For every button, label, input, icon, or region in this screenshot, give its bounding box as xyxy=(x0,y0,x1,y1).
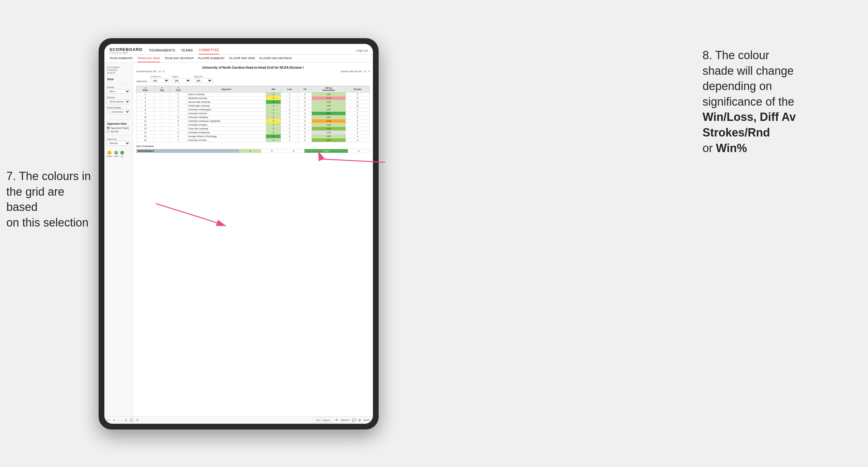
copy-icon[interactable]: ⎘ xyxy=(125,418,127,422)
opponent-view-title: Opponent View xyxy=(107,122,130,125)
cell-diff: 1.67 xyxy=(311,93,345,96)
table-row: 15 - 4 Georgia Institute of Technology 5… xyxy=(136,134,370,138)
cell-opponent: Auburn University xyxy=(187,93,266,96)
grid-record: Overall Record: 89 - 17 - 0 Division Rec… xyxy=(136,70,370,73)
nav-fwd-icon[interactable]: › xyxy=(121,418,122,422)
logo: SCOREBOARD xyxy=(110,48,143,52)
paste-icon[interactable]: 📋 xyxy=(129,418,133,422)
legend-level-dot xyxy=(114,151,118,155)
division-select[interactable]: NCAA Division I xyxy=(107,99,130,104)
annotation-win-pct: Win% xyxy=(716,142,747,155)
gender-select[interactable]: Men's xyxy=(107,89,130,94)
nav-tournaments[interactable]: TOURNAMENTS xyxy=(149,47,175,54)
col-win: Win xyxy=(266,86,281,93)
left-panel: Last Updated: 27/03/2024 16:55:38 Team G… xyxy=(104,63,133,416)
cell-diff: 5.56 xyxy=(311,127,345,131)
filter-opponent: Opponent (All) xyxy=(193,75,213,83)
cell-loss: 0 xyxy=(281,116,299,119)
radio-opponents-input[interactable] xyxy=(107,127,110,129)
cell-win: 1 xyxy=(266,108,281,112)
school-select[interactable]: 1. University of Nort... xyxy=(107,110,130,114)
subnav-player-summary[interactable]: PLAYER SUMMARY xyxy=(198,55,225,62)
cell-opponent: University of Alabama xyxy=(187,116,266,119)
radio-top100[interactable]: Top 100 xyxy=(107,130,130,133)
col-conf: #Conf xyxy=(169,86,187,93)
cell-reg: - xyxy=(154,119,169,123)
tablet-frame: SCOREBOARD Powered by clippd TOURNAMENTS… xyxy=(99,38,379,430)
cell-loss: 1 xyxy=(281,119,299,123)
colour-by-select[interactable]: Win/loss xyxy=(107,141,130,146)
radio-top100-input[interactable] xyxy=(107,130,110,133)
cell-rounds: 3 xyxy=(345,108,369,112)
right-annotation: 8. The colour shade will change dependin… xyxy=(703,48,862,156)
cell-opponent: University of Virginia xyxy=(187,123,266,127)
table-row: 6 - 2 Florida State University 4 2 0 1.8… xyxy=(136,104,370,108)
cell-win: 3 xyxy=(266,116,281,119)
cell-loss: 4 xyxy=(281,96,299,100)
undo-icon[interactable]: ↩ xyxy=(107,418,110,422)
cell-tie: 0 xyxy=(299,127,311,131)
table-row: 13 - 1 Texas Tech University 3 0 0 5.56 … xyxy=(136,127,370,131)
subnav-team-h2h-grid[interactable]: TEAM H2H GRID xyxy=(137,55,160,62)
nav-links: TOURNAMENTS TEAMS COMMITTEE xyxy=(149,46,349,54)
cell-reg: - xyxy=(154,100,169,104)
view-original-btn[interactable]: View: Original xyxy=(313,418,333,423)
sign-out[interactable]: | Sign out xyxy=(356,49,368,52)
nav-back-icon[interactable]: ‹ xyxy=(118,418,119,422)
col-tie: Tie xyxy=(299,86,311,93)
cell-opponent: University of Florida xyxy=(187,138,266,142)
cell-conf: 2 xyxy=(169,108,187,112)
cell-rank: 2 xyxy=(136,93,154,96)
tablet-screen: SCOREBOARD Powered by clippd TOURNAMENTS… xyxy=(104,44,373,424)
legend-up-dot xyxy=(120,151,124,155)
division-record: Division Record: 88 - 17 - 0 xyxy=(341,70,370,73)
cell-tie: 0 xyxy=(299,100,311,104)
cell-rank: 11 xyxy=(136,119,154,123)
cell-win: 0 xyxy=(266,96,281,100)
conference-select[interactable]: (All) xyxy=(150,78,169,83)
sign-out-label[interactable]: Sign out xyxy=(357,49,368,52)
legend-up: Up xyxy=(120,151,124,157)
subnav-player-h2h-grid[interactable]: PLAYER H2H GRID xyxy=(229,55,255,62)
legend-up-label: Up xyxy=(121,155,123,157)
cell-reg: - xyxy=(154,112,169,116)
legend-down: Down xyxy=(107,151,112,157)
opponent-select[interactable]: (All) xyxy=(193,78,213,83)
cell-reg: - xyxy=(154,108,169,112)
cell-win: 1 xyxy=(266,123,281,127)
legend-level: Level xyxy=(114,151,118,157)
timer-icon[interactable]: ⏱ xyxy=(136,418,139,422)
redo-icon[interactable]: ↪ xyxy=(113,418,115,422)
subnav-player-h2h-heatmap[interactable]: PLAYER H2H HEATMAP xyxy=(260,55,292,62)
cell-opponent: Florida State University xyxy=(187,104,266,108)
data-table: #Rank #Reg #Conf Opponent Win Loss Tie D… xyxy=(136,86,370,142)
cell-rank: 15 xyxy=(136,134,154,138)
cell-rounds: 12 xyxy=(345,104,369,108)
opponent-label: Opponent xyxy=(193,75,213,77)
radio-opponents-played[interactable]: Opponents Played xyxy=(107,127,130,129)
table-row: 8 - 2 University of Washington 1 0 0 3.6… xyxy=(136,108,370,112)
cell-win: 5 xyxy=(266,134,281,138)
subnav-team-summary[interactable]: TEAM SUMMARY xyxy=(110,55,133,62)
nav-committee[interactable]: COMMITTEE xyxy=(199,46,220,54)
share-btn[interactable]: Share xyxy=(363,418,370,422)
cell-tie: 0 xyxy=(299,116,311,119)
grid-icon[interactable]: ⊞ xyxy=(358,418,361,422)
out-div-name: NCAA Division II xyxy=(136,149,240,153)
cell-conf: 6 xyxy=(169,131,187,134)
nav-teams[interactable]: TEAMS xyxy=(181,47,193,54)
cell-win: 4 xyxy=(266,104,281,108)
radio-group: Opponents Played Top 100 xyxy=(107,127,130,133)
watch-btn[interactable]: Watch ▾ xyxy=(341,418,349,422)
table-row: 3 - 2 Vanderbilt University 0 4 0 -2.29 … xyxy=(136,96,370,100)
region-select[interactable]: (All) xyxy=(172,78,191,83)
out-div-loss: 0 xyxy=(261,149,283,153)
legend-down-label: Down xyxy=(107,155,112,157)
comment-icon[interactable]: 💬 xyxy=(352,418,356,422)
cell-conf: 5 xyxy=(169,116,187,119)
overall-record: Overall Record: 89 - 17 - 0 xyxy=(136,70,164,73)
right-annotation-text: 8. The colour shade will change dependin… xyxy=(703,48,862,156)
cell-reg: - xyxy=(154,134,169,138)
subnav-team-h2h-heatmap[interactable]: TEAM H2H HEATMAP xyxy=(164,55,194,62)
cell-loss: 0 xyxy=(281,108,299,112)
